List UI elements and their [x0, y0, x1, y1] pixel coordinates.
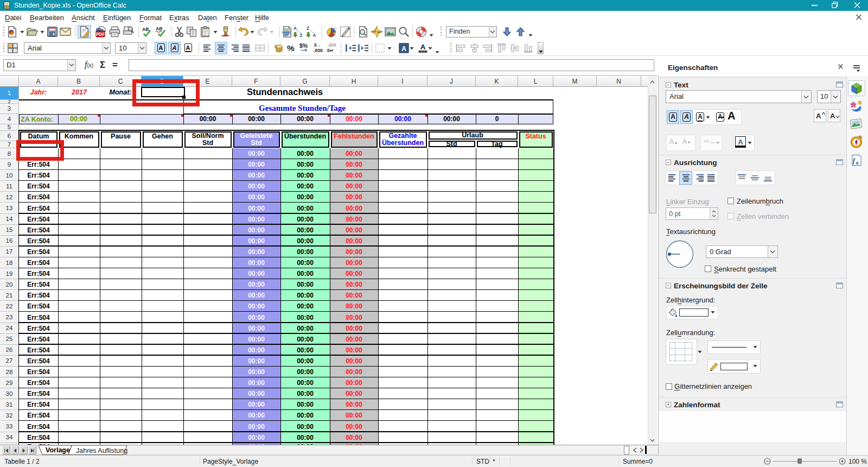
svg-text:A: A [401, 45, 406, 52]
svg-text:0↵: 0↵ [327, 48, 333, 53]
svg-text:A: A [293, 26, 296, 31]
svg-text:PDF: PDF [95, 31, 104, 36]
svg-text:AB: AB [142, 26, 148, 31]
svg-text:AB: AB [155, 26, 162, 31]
svg-text:%: % [286, 43, 294, 53]
svg-text:N: N [859, 136, 861, 140]
svg-text:.000: .000 [327, 42, 336, 47]
svg-text:A: A [420, 43, 425, 51]
svg-text:Z: Z [306, 26, 309, 31]
svg-text:$%: $% [299, 42, 308, 48]
svg-text:0→: 0→ [314, 42, 321, 47]
svg-text:Z: Z [299, 33, 302, 38]
svg-text:A: A [312, 33, 316, 38]
svg-text:.000: .000 [313, 48, 322, 53]
svg-text:x: x [856, 160, 859, 166]
